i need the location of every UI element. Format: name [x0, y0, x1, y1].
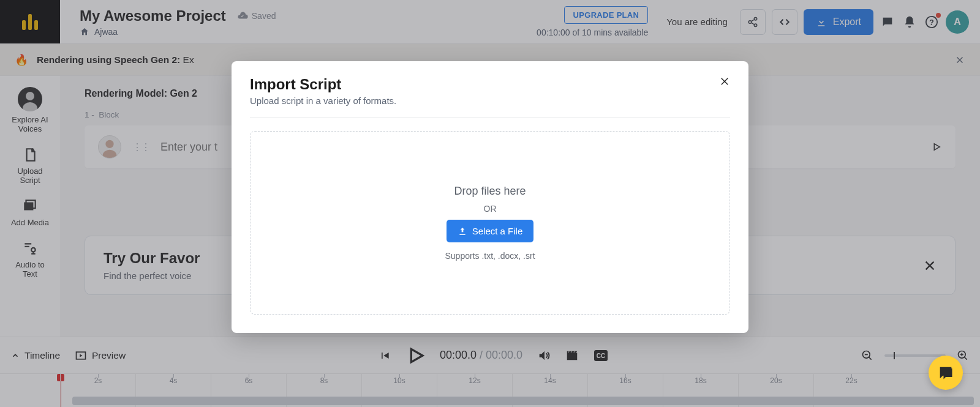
- dropzone-or: OR: [484, 204, 497, 214]
- supported-formats: Supports .txt, .docx, .srt: [445, 251, 535, 261]
- modal-subtitle: Upload script in a variety of formats.: [250, 95, 396, 106]
- support-chat-fab[interactable]: [929, 356, 963, 390]
- upload-icon: [458, 226, 467, 236]
- modal-close-button[interactable]: [719, 76, 730, 87]
- select-file-label: Select a File: [472, 226, 523, 236]
- modal-overlay[interactable]: Import Script Upload script in a variety…: [0, 0, 980, 407]
- modal-title: Import Script: [250, 76, 396, 93]
- chat-bubble-icon: [937, 364, 954, 381]
- file-dropzone[interactable]: Drop files here OR Select a File Support…: [250, 131, 730, 315]
- dropzone-title: Drop files here: [454, 185, 526, 198]
- close-icon: [719, 76, 730, 87]
- import-script-modal: Import Script Upload script in a variety…: [232, 61, 748, 333]
- select-file-button[interactable]: Select a File: [447, 220, 534, 242]
